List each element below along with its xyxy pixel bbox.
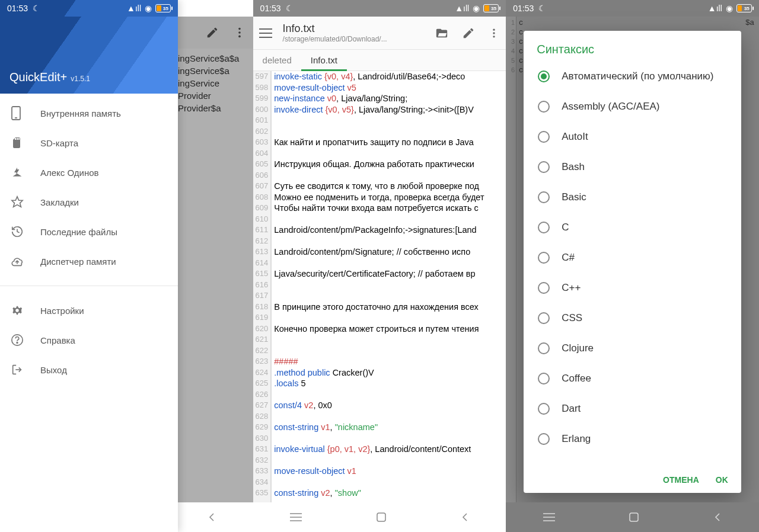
code-editor[interactable]: 5975985996006016026036046056066076086096… bbox=[253, 71, 506, 502]
syntax-option-label: Erlang bbox=[562, 433, 591, 445]
home-icon[interactable] bbox=[629, 512, 639, 523]
syntax-option-label: AutoIt bbox=[562, 131, 588, 143]
android-nav-bar bbox=[506, 502, 759, 532]
drawer-item[interactable]: Внутренняя память bbox=[0, 98, 178, 128]
gear-icon bbox=[11, 304, 23, 317]
drawer-item-label: SD-карта bbox=[40, 138, 78, 148]
drawer-item-label: Внутренняя память bbox=[40, 108, 121, 118]
signal-icon: ▲ıll bbox=[127, 4, 141, 13]
drawer-item[interactable]: Последние файлы bbox=[0, 217, 178, 246]
tab-deleted[interactable]: deleted bbox=[253, 50, 301, 70]
syntax-option-label: C++ bbox=[562, 282, 581, 294]
syntax-option-label: Clojure bbox=[562, 342, 594, 354]
radio-icon bbox=[538, 70, 550, 82]
drawer-item-label: Выход bbox=[40, 365, 67, 375]
home-icon[interactable] bbox=[376, 512, 387, 523]
radio-icon bbox=[538, 222, 550, 233]
syntax-option-label: Dart bbox=[562, 403, 581, 415]
svg-rect-22 bbox=[377, 513, 385, 521]
radio-icon bbox=[538, 373, 550, 384]
syntax-option-label: C bbox=[562, 222, 569, 233]
drawer-item-label: Справка bbox=[40, 335, 75, 345]
syntax-option[interactable]: Dart bbox=[530, 393, 735, 424]
drawer-item[interactable]: Закладки bbox=[0, 187, 178, 217]
help-icon bbox=[11, 334, 23, 347]
divider bbox=[0, 286, 178, 286]
status-bar: 01:53 ☾ ▲ıll ◉ 35 bbox=[0, 0, 178, 17]
syntax-option-label: Bash bbox=[562, 161, 585, 173]
back-icon[interactable] bbox=[208, 512, 216, 523]
storage-icon bbox=[11, 255, 23, 268]
drawer-item[interactable]: Выход bbox=[0, 355, 178, 384]
drawer-item[interactable]: SD-карта bbox=[0, 128, 178, 158]
menu-button[interactable] bbox=[259, 28, 272, 39]
drawer-item-label: Диспетчер памяти bbox=[40, 257, 116, 267]
recent-icon[interactable] bbox=[543, 513, 555, 521]
syntax-option-label: Coffee bbox=[562, 373, 591, 384]
wifi-icon: ◉ bbox=[145, 4, 152, 13]
syntax-option[interactable]: Bash bbox=[530, 152, 735, 182]
drawer-item-label: Закладки bbox=[40, 197, 79, 207]
syntax-option-label: CSS bbox=[562, 312, 582, 324]
code-area[interactable]: invoke-static {v0, v4}, Landroid/util/Ba… bbox=[272, 71, 506, 502]
syntax-option[interactable]: CSS bbox=[530, 303, 735, 333]
ok-button[interactable]: OK bbox=[716, 475, 728, 485]
tab-Info.txt[interactable]: Info.txt bbox=[301, 50, 347, 70]
folder-open-icon[interactable] bbox=[435, 27, 449, 40]
editor-toolbar: Info.txt /storage/emulated/0/Download/..… bbox=[253, 17, 506, 50]
syntax-option-label: Basic bbox=[562, 191, 586, 203]
drawer-item[interactable]: Диспетчер памяти bbox=[0, 246, 178, 276]
syntax-option[interactable]: Автоматический (по умолчанию) bbox=[530, 61, 735, 91]
syntax-option[interactable]: Basic bbox=[530, 182, 735, 212]
tab-strip: deletedInfo.txt bbox=[253, 50, 506, 71]
syntax-option[interactable]: C# bbox=[530, 242, 735, 273]
history-icon bbox=[11, 225, 23, 238]
syntax-option-label: C# bbox=[562, 252, 575, 264]
syntax-dialog: Синтаксис Автоматический (по умолчанию)A… bbox=[524, 31, 741, 493]
svg-point-16 bbox=[493, 28, 495, 30]
recent-icon[interactable] bbox=[290, 513, 302, 521]
radio-icon bbox=[538, 312, 550, 324]
drawer-item[interactable]: Справка bbox=[0, 325, 178, 355]
exit-icon bbox=[11, 363, 23, 376]
back-icon[interactable] bbox=[461, 512, 469, 523]
more-icon[interactable] bbox=[488, 27, 500, 40]
syntax-option[interactable]: C++ bbox=[530, 273, 735, 303]
file-path: /storage/emulated/0/Download/... bbox=[283, 35, 435, 43]
radio-icon bbox=[538, 101, 550, 113]
syntax-option-label: Автоматический (по умолчанию) bbox=[562, 70, 713, 82]
syntax-option[interactable]: Clojure bbox=[530, 333, 735, 363]
android-nav-bar bbox=[253, 502, 506, 532]
syntax-option-label: Assembly (AGC/AEA) bbox=[562, 101, 659, 113]
syntax-option[interactable]: Erlang bbox=[530, 424, 735, 454]
app-version: v1.5.1 bbox=[71, 75, 90, 83]
drawer-item[interactable]: Настройки bbox=[0, 296, 178, 325]
file-title: Info.txt bbox=[283, 23, 435, 35]
radio-icon bbox=[538, 342, 550, 354]
svg-marker-5 bbox=[12, 197, 23, 207]
syntax-option[interactable]: AutoIt bbox=[530, 121, 735, 152]
radio-icon bbox=[538, 131, 550, 143]
status-bar: 01:53 ☾ ▲ıll◉35 bbox=[506, 0, 759, 17]
svg-point-2 bbox=[238, 36, 241, 38]
syntax-option[interactable]: Coffee bbox=[530, 363, 735, 393]
radio-icon bbox=[538, 282, 550, 294]
drawer-header: QuickEdit+v1.5.1 bbox=[0, 17, 178, 94]
battery-icon: 35 bbox=[155, 4, 171, 12]
back-icon[interactable] bbox=[713, 512, 722, 523]
syntax-options: Автоматический (по умолчанию)Assembly (A… bbox=[524, 61, 741, 467]
svg-point-7 bbox=[17, 342, 18, 344]
syntax-option[interactable]: Assembly (AGC/AEA) bbox=[530, 91, 735, 121]
dialog-title: Синтаксис bbox=[524, 31, 741, 61]
drawer-item-label: Алекс Одинов bbox=[40, 168, 99, 178]
svg-rect-26 bbox=[630, 513, 638, 521]
svg-point-1 bbox=[238, 31, 241, 34]
svg-point-17 bbox=[493, 32, 495, 34]
cancel-button[interactable]: ОТМЕНА bbox=[663, 475, 699, 485]
drawer-item[interactable]: Алекс Одинов bbox=[0, 158, 178, 187]
radio-icon bbox=[538, 403, 550, 415]
edit-icon[interactable] bbox=[462, 27, 475, 40]
navigation-drawer: 01:53 ☾ ▲ıll ◉ 35 QuickEdit+v1.5.1 Внутр… bbox=[0, 0, 178, 532]
syntax-option[interactable]: C bbox=[530, 212, 735, 242]
svg-point-0 bbox=[238, 28, 241, 30]
